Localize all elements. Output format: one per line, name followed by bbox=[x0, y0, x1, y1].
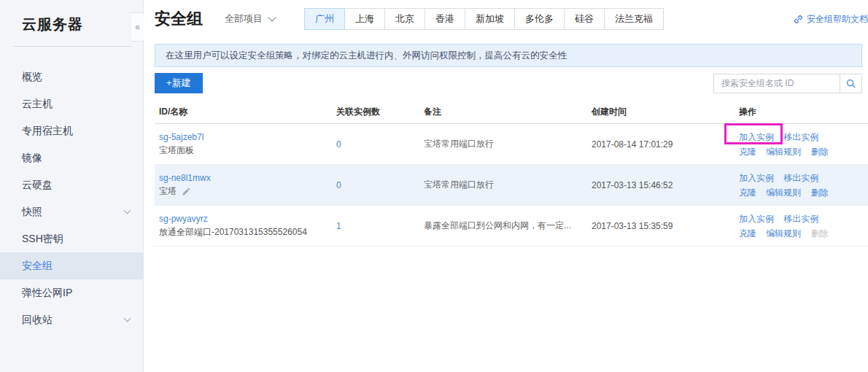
remove-instance-link[interactable]: 移出实例 bbox=[783, 173, 818, 183]
sidebar-item-cloud-disk[interactable]: 云硬盘 bbox=[0, 171, 143, 198]
region-tabs: 广州 上海 北京 香港 新加坡 多伦多 硅谷 法兰克福 bbox=[304, 8, 664, 30]
region-tab-singapore[interactable]: 新加坡 bbox=[465, 8, 515, 30]
collapse-icon: « bbox=[135, 22, 140, 32]
chevron-down-icon bbox=[124, 315, 131, 322]
sidebar-item-label: 快照 bbox=[22, 206, 42, 219]
sidebar-item-snapshot[interactable]: 快照 bbox=[0, 198, 143, 225]
sg-remark: 宝塔常用端口放行 bbox=[419, 138, 587, 150]
help-doc-label: 安全组帮助文档 bbox=[807, 13, 868, 26]
clone-link[interactable]: 克隆 bbox=[739, 187, 756, 198]
sidebar-item-security-group[interactable]: 安全组 bbox=[0, 252, 143, 279]
edit-name-icon[interactable] bbox=[182, 187, 191, 196]
region-tab-toronto[interactable]: 多伦多 bbox=[514, 8, 565, 30]
region-tab-frankfurt[interactable]: 法兰克福 bbox=[604, 8, 664, 30]
create-button[interactable]: +新建 bbox=[155, 73, 203, 93]
sidebar-item-label: SSH密钥 bbox=[22, 233, 63, 246]
col-header-instances: 关联实例数 bbox=[332, 106, 419, 118]
col-header-id-name: ID/名称 bbox=[155, 106, 332, 118]
sg-name: 放通全部端口-2017031315355526054 bbox=[159, 226, 328, 239]
instance-count-link[interactable]: 0 bbox=[336, 180, 341, 190]
instance-count-link[interactable]: 0 bbox=[336, 139, 341, 150]
sidebar-item-ssh-key[interactable]: SSH密钥 bbox=[0, 225, 143, 252]
sidebar-divider bbox=[13, 46, 131, 47]
clone-link[interactable]: 克隆 bbox=[739, 147, 756, 157]
clone-link[interactable]: 克隆 bbox=[739, 228, 756, 239]
project-filter-dropdown[interactable]: 全部项目 bbox=[225, 12, 275, 26]
sg-created-time: 2017-03-13 15:46:52 bbox=[587, 180, 735, 190]
sg-id-link[interactable]: sg-ne8l1mwx bbox=[159, 173, 211, 183]
sidebar: 云服务器 « 概览 云主机 专用宿主机 镜像 云硬盘 快照 SSH密钥 安全组 … bbox=[0, 0, 144, 372]
col-header-actions: 操作 bbox=[735, 106, 868, 118]
sidebar-item-dedicated-host[interactable]: 专用宿主机 bbox=[0, 117, 143, 144]
search-button[interactable] bbox=[840, 74, 861, 93]
delete-link[interactable]: 删除 bbox=[811, 187, 829, 198]
join-instance-link[interactable]: 加入实例 bbox=[739, 173, 774, 183]
link-icon bbox=[794, 15, 803, 24]
info-banner-text: 在这里用户可以设定安全组策略，对绑定的云主机进行内、外网访问权限控制，提高公有云… bbox=[166, 50, 567, 61]
sg-remark: 宝塔常用端口放行 bbox=[419, 179, 587, 191]
edit-rules-link[interactable]: 编辑规则 bbox=[766, 147, 801, 157]
sidebar-item-label: 回收站 bbox=[22, 314, 53, 327]
sidebar-item-label: 云硬盘 bbox=[22, 179, 53, 192]
col-header-created: 创建时间 bbox=[587, 106, 735, 118]
join-instance-link[interactable]: 加入实例 bbox=[739, 214, 774, 224]
table-row: sg-pwyavyrz 放通全部端口-2017031315355526054 1… bbox=[155, 206, 868, 247]
sidebar-collapse-button[interactable]: « bbox=[131, 12, 144, 42]
sidebar-item-label: 安全组 bbox=[22, 260, 53, 273]
sidebar-item-label: 专用宿主机 bbox=[22, 125, 73, 138]
main-content: 安全组 全部项目 广州 上海 北京 香港 新加坡 多伦多 硅谷 法兰克福 安全组… bbox=[144, 0, 868, 372]
region-tab-beijing[interactable]: 北京 bbox=[384, 8, 425, 30]
toolbar: +新建 bbox=[155, 73, 862, 93]
page-title: 安全组 bbox=[155, 8, 203, 30]
region-tab-siliconvalley[interactable]: 硅谷 bbox=[564, 8, 605, 30]
sidebar-item-recycle-bin[interactable]: 回收站 bbox=[0, 306, 143, 333]
sidebar-item-eip[interactable]: 弹性公网IP bbox=[0, 279, 143, 306]
region-tab-hongkong[interactable]: 香港 bbox=[425, 8, 465, 30]
security-group-table: ID/名称 关联实例数 备注 创建时间 操作 sg-5ajzeb7l 宝塔面板 … bbox=[155, 101, 868, 247]
edit-rules-link[interactable]: 编辑规则 bbox=[766, 228, 801, 239]
project-filter-label: 全部项目 bbox=[225, 12, 263, 26]
edit-rules-link[interactable]: 编辑规则 bbox=[766, 187, 801, 198]
page-header: 安全组 全部项目 广州 上海 北京 香港 新加坡 多伦多 硅谷 法兰克福 安全组… bbox=[144, 0, 868, 38]
table-row: sg-ne8l1mwx 宝塔 0 宝塔常用端口放行 2017-03-13 15:… bbox=[155, 165, 868, 206]
delete-link[interactable]: 删除 bbox=[811, 147, 829, 157]
join-instance-link[interactable]: 加入实例 bbox=[739, 132, 774, 142]
sg-id-link[interactable]: sg-pwyavyrz bbox=[159, 214, 208, 224]
sidebar-item-label: 概览 bbox=[22, 71, 42, 84]
sg-remark: 暴露全部端口到公网和内网，有一定... bbox=[419, 220, 587, 232]
sidebar-item-images[interactable]: 镜像 bbox=[0, 144, 143, 171]
delete-link-disabled: 删除 bbox=[811, 228, 829, 239]
sidebar-menu: 概览 云主机 专用宿主机 镜像 云硬盘 快照 SSH密钥 安全组 弹性公网IP … bbox=[0, 63, 143, 333]
sg-name: 宝塔 bbox=[159, 185, 177, 198]
sg-name: 宝塔面板 bbox=[159, 144, 328, 157]
instance-count-link[interactable]: 1 bbox=[336, 221, 341, 231]
region-tab-guangzhou[interactable]: 广州 bbox=[304, 8, 345, 30]
search-box bbox=[713, 74, 862, 93]
sidebar-item-cvm[interactable]: 云主机 bbox=[0, 90, 143, 117]
help-doc-link[interactable]: 安全组帮助文档 bbox=[794, 13, 868, 26]
sg-id-link[interactable]: sg-5ajzeb7l bbox=[159, 132, 204, 142]
chevron-down-icon bbox=[268, 13, 276, 21]
sidebar-item-label: 弹性公网IP bbox=[22, 287, 72, 300]
sidebar-item-overview[interactable]: 概览 bbox=[0, 63, 143, 90]
region-tab-shanghai[interactable]: 上海 bbox=[344, 8, 385, 30]
col-header-remark: 备注 bbox=[419, 106, 587, 118]
info-banner: 在这里用户可以设定安全组策略，对绑定的云主机进行内、外网访问权限控制，提高公有云… bbox=[155, 44, 862, 67]
sg-created-time: 2017-08-14 17:01:29 bbox=[587, 139, 735, 150]
search-icon bbox=[845, 78, 856, 89]
remove-instance-link[interactable]: 移出实例 bbox=[783, 132, 818, 142]
sidebar-item-label: 云主机 bbox=[22, 98, 53, 111]
chevron-down-icon bbox=[124, 207, 131, 214]
table-header-row: ID/名称 关联实例数 备注 创建时间 操作 bbox=[155, 101, 868, 124]
sidebar-item-label: 镜像 bbox=[22, 152, 42, 165]
search-input[interactable] bbox=[714, 74, 840, 93]
remove-instance-link[interactable]: 移出实例 bbox=[783, 214, 818, 224]
table-row: sg-5ajzeb7l 宝塔面板 0 宝塔常用端口放行 2017-08-14 1… bbox=[155, 124, 868, 165]
sidebar-title: 云服务器 bbox=[0, 0, 143, 34]
sg-created-time: 2017-03-13 15:35:59 bbox=[587, 221, 735, 231]
